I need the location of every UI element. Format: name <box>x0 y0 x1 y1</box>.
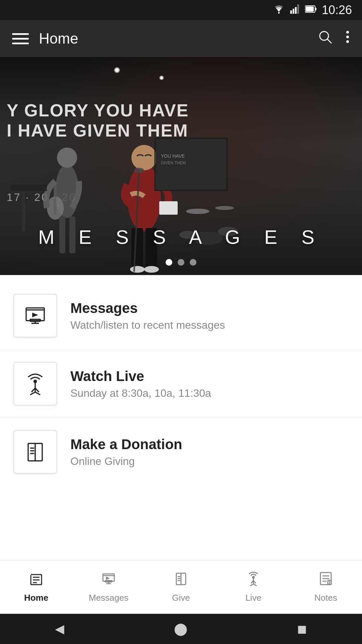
system-bar: ◀ ⬤ ◼ <box>0 614 362 644</box>
svg-point-12 <box>346 40 349 43</box>
nav-messages[interactable]: Messages <box>72 566 145 608</box>
dot-2[interactable] <box>178 259 184 266</box>
svg-line-9 <box>327 39 331 43</box>
nav-live-label: Live <box>245 593 261 603</box>
svg-point-50 <box>34 380 37 383</box>
status-time: 10:26 <box>322 3 352 17</box>
give-icon <box>174 571 188 589</box>
svg-point-34 <box>215 206 234 210</box>
dot-3[interactable] <box>190 259 196 266</box>
menu-button[interactable] <box>12 33 29 44</box>
watch-live-menu-item[interactable]: Watch Live Sunday at 8:30a, 10a, 11:30a <box>0 350 362 418</box>
pagination-dots <box>166 259 196 266</box>
home-icon <box>29 571 44 589</box>
watch-live-text: Watch Live Sunday at 8:30a, 10a, 11:30a <box>70 368 349 399</box>
watch-live-subtitle: Sunday at 8:30a, 10a, 11:30a <box>70 387 349 399</box>
nav-give[interactable]: Give <box>145 566 217 608</box>
search-button[interactable] <box>317 29 333 49</box>
watch-live-icon-box <box>13 362 57 406</box>
dot-1[interactable] <box>166 259 172 266</box>
battery-icon <box>305 5 316 15</box>
svg-rect-2 <box>293 9 294 14</box>
live-icon <box>246 571 261 589</box>
donation-subtitle: Online Giving <box>70 455 349 468</box>
donation-text: Make a Donation Online Giving <box>70 436 349 468</box>
back-button[interactable]: ◀ <box>55 622 64 636</box>
stage-light-1 <box>114 67 120 73</box>
svg-point-33 <box>186 209 209 214</box>
messages-title: Messages <box>70 300 349 316</box>
svg-rect-6 <box>315 8 316 10</box>
menu-list: Messages Watch/listen to recent messages <box>0 275 362 492</box>
svg-rect-35 <box>10 184 47 191</box>
svg-point-20 <box>131 145 157 170</box>
bottom-nav: Home Messages Give <box>0 560 362 614</box>
messages-text: Messages Watch/listen to recent messages <box>70 300 349 331</box>
svg-line-46 <box>30 392 35 395</box>
svg-point-0 <box>278 12 280 13</box>
donation-title: Make a Donation <box>70 436 349 452</box>
svg-rect-16 <box>54 184 56 215</box>
hero-label: M E S S A G E S <box>38 226 324 248</box>
messages-icon-box <box>13 294 57 337</box>
svg-rect-1 <box>290 10 292 14</box>
svg-line-76 <box>253 584 257 586</box>
watch-live-title: Watch Live <box>70 368 349 384</box>
svg-text:YOU HAVE: YOU HAVE <box>161 153 185 159</box>
top-bar: Home <box>0 20 362 57</box>
notes-icon <box>318 571 333 589</box>
home-system-button[interactable]: ⬤ <box>174 622 187 636</box>
svg-point-14 <box>57 148 77 168</box>
status-bar: 10:26 <box>0 0 362 20</box>
stage-light-2 <box>159 75 164 80</box>
nav-live[interactable]: Live <box>217 566 290 608</box>
svg-rect-25 <box>159 201 178 215</box>
svg-rect-4 <box>297 4 299 14</box>
recent-apps-button[interactable]: ◼ <box>297 622 307 636</box>
svg-point-8 <box>320 32 328 40</box>
svg-rect-36 <box>22 191 25 231</box>
hero-banner[interactable]: Y GLORY YOU HAVE I HAVE GIVEN THEM 17 · … <box>0 57 362 275</box>
signal-icon <box>290 4 300 16</box>
svg-marker-44 <box>32 313 38 317</box>
svg-line-75 <box>250 584 253 586</box>
more-options-button[interactable] <box>345 29 350 49</box>
nav-give-label: Give <box>172 593 190 603</box>
svg-marker-68 <box>106 577 110 580</box>
svg-text:GIVEN THEM: GIVEN THEM <box>161 161 186 165</box>
svg-point-24 <box>144 266 159 273</box>
messages-nav-icon <box>101 571 116 589</box>
svg-rect-3 <box>295 7 297 14</box>
nav-home-label: Home <box>24 593 48 603</box>
nav-messages-label: Messages <box>89 593 129 603</box>
svg-line-47 <box>35 392 40 395</box>
page-title: Home <box>39 30 307 47</box>
svg-point-23 <box>130 266 145 273</box>
nav-home[interactable]: Home <box>0 566 72 608</box>
svg-rect-84 <box>328 580 331 584</box>
svg-rect-7 <box>306 6 314 12</box>
messages-menu-item[interactable]: Messages Watch/listen to recent messages <box>0 282 362 350</box>
donation-icon-box <box>13 430 57 474</box>
svg-point-38 <box>134 168 144 173</box>
svg-point-11 <box>346 36 349 38</box>
wifi-icon <box>273 4 285 16</box>
svg-point-79 <box>253 577 254 578</box>
donation-menu-item[interactable]: Make a Donation Online Giving <box>0 418 362 486</box>
nav-notes-label: Notes <box>314 593 337 603</box>
nav-notes[interactable]: Notes <box>290 566 362 608</box>
messages-subtitle: Watch/listen to recent messages <box>70 319 349 331</box>
svg-point-10 <box>346 31 349 34</box>
